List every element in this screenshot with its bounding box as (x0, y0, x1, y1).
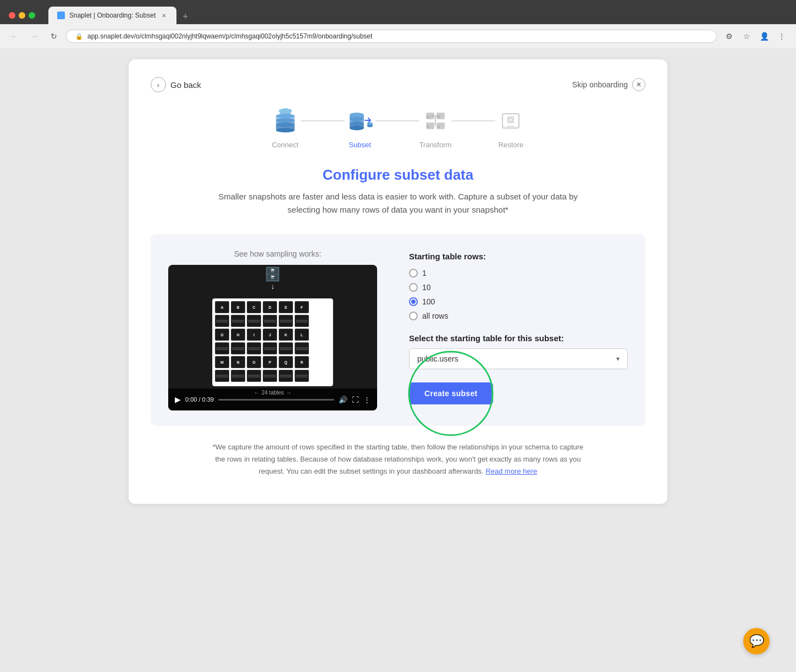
browser-titlebar: Snaplet | Onboarding: Subset ✕ + (0, 0, 796, 24)
cell-data-6 (295, 315, 309, 327)
radio-input-100[interactable] (409, 297, 418, 306)
svg-text:≡: ≡ (427, 125, 429, 129)
traffic-light-green[interactable] (29, 12, 35, 19)
tab-bar: Snaplet | Onboarding: Subset ✕ + (48, 7, 787, 24)
tab-close-button[interactable]: ✕ (160, 12, 168, 19)
step-connect-label: Connect (272, 141, 298, 149)
step-subset: Subset (345, 105, 375, 149)
traffic-light-red[interactable] (9, 12, 15, 19)
page-title: Configure subset data (151, 166, 645, 184)
arrow-down-icon: ↓ (258, 282, 287, 291)
new-tab-button[interactable]: + (178, 9, 193, 24)
table-grid: A B C D E F (212, 298, 333, 386)
lock-icon: 🔒 (75, 33, 83, 40)
progress-bar[interactable] (218, 399, 334, 401)
svg-text:≡: ≡ (438, 115, 440, 119)
tab-title: Snaplet | Onboarding: Subset (69, 12, 156, 19)
browser-toolbar: ← → ↻ 🔒 app.snaplet.dev/o/clmhsgaqi002nl… (0, 24, 796, 48)
connector-1 (301, 120, 345, 121)
cell-data-9 (247, 342, 261, 354)
cell-data-15 (247, 370, 261, 382)
step-restore-icon (495, 105, 526, 136)
url-text: app.snaplet.dev/o/clmhsgaqi002nlyjht9lqw… (87, 32, 707, 40)
radio-option-100[interactable]: 100 (409, 297, 628, 306)
db-icon: 🗄️ (258, 266, 287, 282)
cell-data-17 (279, 370, 293, 382)
page-content: ‹ Go back Skip onboarding ✕ (0, 48, 796, 672)
cell-p: P (263, 356, 277, 368)
radio-label-1: 1 (422, 269, 427, 277)
radio-option-1[interactable]: 1 (409, 269, 628, 277)
cell-data-1 (215, 315, 229, 327)
cell-data-11 (279, 342, 293, 354)
toolbar-actions: ⚙ ☆ 👤 ⋮ (721, 29, 789, 44)
extensions-button[interactable]: ⚙ (721, 29, 737, 44)
skip-label: Skip onboarding (572, 80, 628, 89)
svg-point-5 (276, 118, 295, 123)
step-transform-icon: ≡ ≡ ≡ ≡ (420, 105, 451, 136)
read-more-link[interactable]: Read more here (485, 467, 537, 475)
tables-count: 24 tables (262, 390, 284, 396)
create-subset-button[interactable]: Create subset (409, 382, 493, 404)
video-menu-button[interactable]: ⋮ (363, 396, 371, 404)
step-transform: ≡ ≡ ≡ ≡ Transform (419, 105, 452, 149)
steps-row: Connect (151, 105, 645, 149)
svg-rect-11 (281, 111, 290, 113)
step-subset-label: Subset (349, 141, 371, 149)
fullscreen-button[interactable]: ⛶ (352, 396, 359, 404)
go-back-label: Go back (170, 80, 201, 90)
go-back-button[interactable]: ‹ Go back (151, 77, 201, 92)
step-restore-label: Restore (499, 141, 524, 149)
volume-button[interactable]: 🔊 (339, 396, 347, 404)
address-bar[interactable]: 🔒 app.snaplet.dev/o/clmhsgaqi002nlyjht9l… (66, 30, 717, 43)
radio-input-10[interactable] (409, 283, 418, 292)
cell-data-8 (231, 342, 245, 354)
grid-row-5: M N O P Q R (215, 356, 330, 368)
step-transform-label: Transform (419, 141, 452, 149)
traffic-light-yellow[interactable] (19, 12, 25, 19)
cell-n: N (231, 356, 245, 368)
forward-nav-button[interactable]: → (26, 29, 42, 44)
bookmark-button[interactable]: ☆ (739, 29, 754, 44)
radio-group: 1 10 100 (409, 269, 628, 320)
menu-button[interactable]: ⋮ (774, 29, 789, 44)
back-nav-button[interactable]: ← (7, 29, 22, 44)
refresh-button[interactable]: ↻ (46, 29, 62, 44)
radio-option-all[interactable]: all rows (409, 312, 628, 320)
radio-input-all[interactable] (409, 312, 418, 320)
back-circle-icon: ‹ (151, 77, 166, 92)
active-tab[interactable]: Snaplet | Onboarding: Subset ✕ (48, 7, 176, 24)
source-db-container: Source DB 🗄️ ↓ (258, 265, 287, 295)
skip-onboarding-button[interactable]: Skip onboarding ✕ (572, 78, 645, 91)
cell-h: H (231, 329, 245, 341)
cell-b: B (231, 301, 245, 313)
cell-data-3 (247, 315, 261, 327)
svg-point-15 (350, 113, 364, 117)
cell-data-10 (263, 342, 277, 354)
tables-label: ← 24 tables → (254, 390, 292, 396)
table-dropdown[interactable]: public.users ▾ (409, 348, 628, 369)
connector-2 (375, 120, 419, 121)
svg-point-4 (276, 114, 295, 118)
radio-label-all: all rows (422, 312, 448, 320)
cell-a: A (215, 301, 229, 313)
cell-c: C (247, 301, 261, 313)
svg-rect-32 (502, 114, 519, 128)
play-button[interactable]: ▶ (175, 395, 181, 404)
cell-data-16 (263, 370, 277, 382)
profile-button[interactable]: 👤 (756, 29, 772, 44)
grid-row-4 (215, 342, 330, 354)
cell-data-4 (263, 315, 277, 327)
svg-point-17 (350, 121, 364, 126)
dropdown-value: public.users (417, 354, 458, 363)
chat-button[interactable]: 💬 (743, 628, 770, 654)
svg-point-33 (509, 118, 512, 121)
svg-point-18 (350, 126, 364, 130)
radio-option-10[interactable]: 10 (409, 283, 628, 292)
cell-o: O (247, 356, 261, 368)
radio-input-1[interactable] (409, 269, 418, 277)
video-time: 0:00 / 0:39 (185, 396, 214, 403)
chat-icon: 💬 (749, 634, 764, 648)
cell-l: L (295, 329, 309, 341)
video-player[interactable]: Source DB 🗄️ ↓ A B C D (168, 265, 377, 410)
